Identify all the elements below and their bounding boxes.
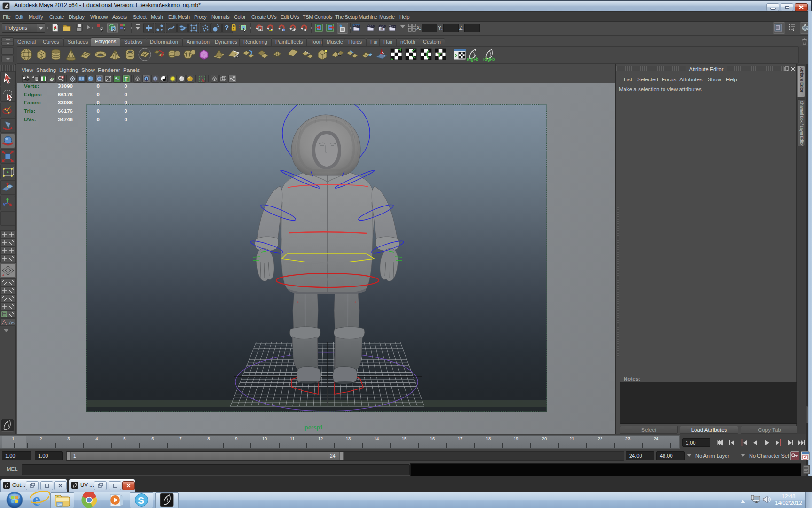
svg-text:S: S (138, 495, 144, 506)
svg-text:T: T (437, 51, 442, 59)
svg-text:RigFb: RigFb (467, 57, 479, 62)
svg-text:RigFb: RigFb (483, 57, 495, 62)
svg-text:IPR: IPR (380, 28, 384, 31)
svg-text:T: T (125, 76, 128, 82)
